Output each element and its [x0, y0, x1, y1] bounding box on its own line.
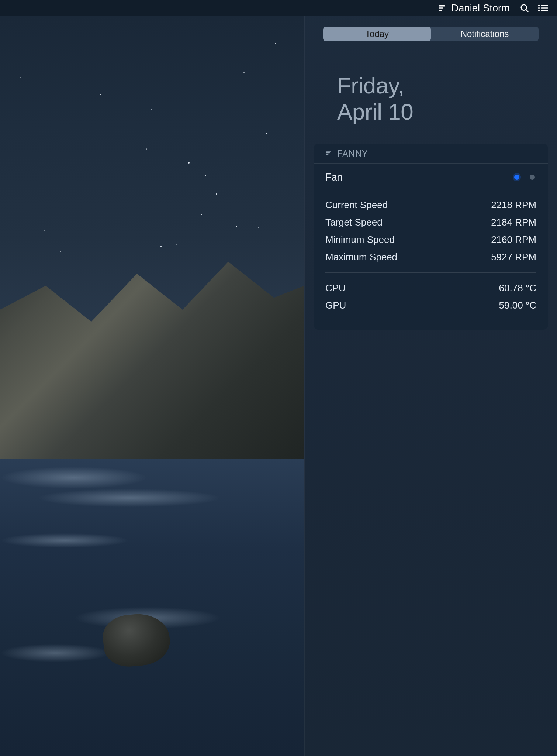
svg-rect-11 [326, 151, 331, 152]
label-maximum-speed: Maximum Speed [325, 251, 397, 263]
date-display: Friday, April 10 [337, 72, 557, 125]
svg-point-7 [538, 7, 540, 9]
value-minimum-speed: 2160 RPM [491, 234, 536, 245]
value-target-speed: 2184 RPM [491, 217, 536, 228]
fanny-menubar-icon[interactable] [437, 4, 446, 13]
label-gpu: GPU [325, 300, 346, 311]
value-current-speed: 2218 RPM [491, 199, 536, 211]
page-dot-2[interactable] [530, 175, 535, 180]
date-weekday: Friday, [337, 72, 557, 99]
widget-body: Fan Current Speed 2218 RPM Target Speed … [314, 164, 548, 330]
label-current-speed: Current Speed [325, 199, 388, 211]
svg-rect-10 [541, 10, 548, 11]
tab-today[interactable]: Today [323, 27, 431, 41]
tab-notifications[interactable]: Notifications [431, 27, 539, 41]
label-minimum-speed: Minimum Speed [325, 234, 395, 245]
value-gpu-temp: 59.00 °C [499, 300, 536, 311]
today-notifications-tabs: Today Notifications [323, 27, 539, 41]
svg-rect-0 [439, 5, 445, 7]
spotlight-search-icon[interactable] [518, 3, 531, 13]
row-minimum-speed: Minimum Speed 2160 RPM [325, 231, 536, 248]
label-cpu: CPU [325, 282, 346, 294]
fan-page-dots [514, 175, 535, 180]
panel-divider [305, 52, 557, 52]
temperature-section: CPU 60.78 °C GPU 59.00 °C [325, 272, 536, 321]
value-cpu-temp: 60.78 °C [499, 282, 536, 294]
row-gpu-temp: GPU 59.00 °C [325, 297, 536, 314]
menubar-right-group: Daniel Storm [437, 3, 550, 14]
notification-center-panel: Today Notifications Friday, April 10 FAN… [304, 16, 557, 756]
value-maximum-speed: 5927 RPM [491, 251, 536, 263]
notification-center-icon[interactable] [536, 4, 550, 13]
fan-speed-section: Current Speed 2218 RPM Target Speed 2184… [325, 190, 536, 272]
fan-header-row: Fan [325, 164, 536, 190]
svg-rect-2 [439, 10, 442, 11]
svg-rect-6 [541, 5, 548, 6]
widget-header[interactable]: FANNY [314, 144, 548, 163]
username-label[interactable]: Daniel Storm [452, 3, 510, 14]
row-maximum-speed: Maximum Speed 5927 RPM [325, 248, 536, 266]
row-cpu-temp: CPU 60.78 °C [325, 279, 536, 297]
svg-rect-13 [326, 154, 328, 155]
row-target-speed: Target Speed 2184 RPM [325, 214, 536, 231]
svg-rect-8 [541, 7, 548, 9]
fanny-widget-icon [325, 150, 332, 158]
label-target-speed: Target Speed [325, 217, 383, 228]
fan-label: Fan [325, 172, 343, 183]
svg-point-5 [538, 5, 540, 6]
svg-point-9 [538, 10, 540, 11]
svg-rect-1 [439, 7, 443, 9]
menubar: Daniel Storm [0, 0, 557, 16]
svg-rect-12 [326, 152, 330, 154]
date-monthday: April 10 [337, 99, 557, 125]
desktop-wallpaper [0, 16, 304, 756]
page-dot-1[interactable] [514, 175, 519, 180]
fanny-widget: FANNY Fan Current Speed 2218 RPM Target … [314, 144, 548, 330]
widget-title: FANNY [337, 149, 368, 159]
svg-line-4 [526, 10, 528, 11]
row-current-speed: Current Speed 2218 RPM [325, 196, 536, 214]
